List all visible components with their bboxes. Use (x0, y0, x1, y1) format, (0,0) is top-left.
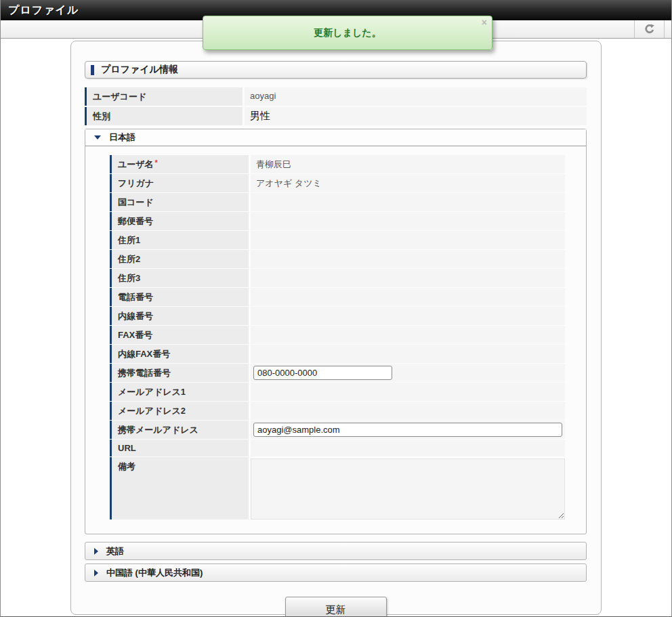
email-address-2-row: メールアドレス2 (110, 402, 565, 420)
section-chinese-header[interactable]: 中国語 (中華人民共和国) (85, 564, 586, 581)
country-code-label: 国コード (110, 193, 249, 211)
email-address-2-value (251, 402, 565, 420)
profile-card: プロファイル情報 ユーザコードaoyagi性別男性 日本語 ユーザ名*青柳辰巳フ… (70, 41, 602, 615)
extension-fax-number-label: 内線FAX番号 (110, 345, 249, 363)
url-label: URL (110, 440, 249, 456)
extension-number-label: 内線番号 (110, 307, 249, 325)
refresh-icon (644, 24, 655, 35)
collapse-triangle-icon (94, 135, 101, 140)
mobile-email-address-label: 携帯メールアドレス (110, 421, 249, 439)
mobile-phone-number-input[interactable] (253, 366, 392, 380)
address-3-row: 住所3 (110, 269, 565, 287)
panel-title: プロファイル情報 (101, 64, 178, 76)
address-1-label-text: 住所1 (118, 235, 140, 245)
address-1-row: 住所1 (110, 231, 565, 249)
email-address-1-value (251, 383, 565, 401)
postal-code-row: 郵便番号 (110, 212, 565, 230)
fax-number-value (251, 326, 565, 344)
fax-number-row: FAX番号 (110, 326, 565, 344)
country-code-label-text: 国コード (118, 197, 154, 207)
section-japanese-content: ユーザ名*青柳辰巳フリガナアオヤギ タツミ国コード郵便番号住所1住所2住所3電話… (85, 146, 586, 534)
toast-message: 更新しました。 (314, 27, 381, 39)
panel-accent-bar-icon (91, 65, 94, 75)
extension-fax-number-row: 内線FAX番号 (110, 345, 565, 363)
gender-value: 男性 (245, 107, 587, 125)
address-2-label: 住所2 (110, 250, 249, 268)
furigana-label-text: フリガナ (118, 178, 154, 188)
furigana-row: フリガナアオヤギ タツミ (110, 174, 565, 192)
furigana-value: アオヤギ タツミ (251, 174, 565, 192)
user-code-label-text: ユーザコード (93, 91, 146, 102)
email-address-2-label-text: メールアドレス2 (118, 406, 186, 416)
user-name-label-text: ユーザ名 (118, 159, 154, 169)
user-name-value: 青柳辰巳 (251, 155, 565, 173)
section-english-label: 英語 (106, 545, 124, 557)
mobile-email-address-label-text: 携帯メールアドレス (118, 425, 198, 435)
phone-number-value (251, 288, 565, 306)
toast-close-icon[interactable]: × (482, 18, 487, 27)
success-toast: 更新しました。 × (203, 16, 492, 50)
gender-label-text: 性別 (93, 111, 110, 121)
mobile-email-address-value-cell (251, 421, 565, 439)
phone-number-row: 電話番号 (110, 288, 565, 306)
fax-number-label-text: FAX番号 (118, 330, 152, 340)
email-address-2-label: メールアドレス2 (110, 402, 249, 420)
address-3-value (251, 269, 565, 287)
remarks-value-cell (251, 457, 565, 519)
url-label-text: URL (118, 443, 136, 453)
address-2-label-text: 住所2 (118, 254, 140, 264)
section-chinese: 中国語 (中華人民共和国) (85, 563, 587, 582)
furigana-label: フリガナ (110, 174, 249, 192)
expand-triangle-icon (94, 570, 98, 576)
email-address-1-label: メールアドレス1 (110, 383, 249, 401)
postal-code-label-text: 郵便番号 (118, 216, 153, 226)
extension-number-label-text: 内線番号 (118, 311, 153, 321)
postal-code-label: 郵便番号 (110, 212, 249, 230)
address-1-label: 住所1 (110, 231, 249, 249)
mobile-email-address-row: 携帯メールアドレス (110, 421, 565, 439)
fax-number-label: FAX番号 (110, 326, 249, 344)
mobile-phone-number-row: 携帯電話番号 (110, 364, 565, 382)
gender-row: 性別男性 (85, 107, 587, 125)
extension-fax-number-label-text: 内線FAX番号 (118, 349, 170, 359)
email-address-1-row: メールアドレス1 (110, 383, 565, 401)
user-name-row: ユーザ名*青柳辰巳 (110, 155, 565, 173)
url-value (251, 440, 565, 456)
user-name-label: ユーザ名* (110, 155, 249, 173)
remarks-label-text: 備考 (118, 461, 135, 471)
address-3-label: 住所3 (110, 269, 249, 287)
section-chinese-label: 中国語 (中華人民共和国) (106, 567, 203, 579)
postal-code-value (251, 212, 565, 230)
section-japanese-label: 日本語 (109, 131, 135, 144)
update-button[interactable]: 更新 (285, 597, 387, 617)
extension-number-row: 内線番号 (110, 307, 565, 325)
gender-label: 性別 (85, 107, 243, 125)
user-code-label: ユーザコード (85, 87, 243, 106)
remarks-textarea[interactable] (251, 459, 565, 519)
phone-number-label-text: 電話番号 (118, 292, 153, 302)
profile-info-panel-header: プロファイル情報 (85, 61, 587, 79)
email-address-1-label-text: メールアドレス1 (118, 387, 186, 397)
url-row: URL (110, 440, 565, 456)
extension-fax-number-value (251, 345, 565, 363)
section-english-header[interactable]: 英語 (85, 542, 586, 559)
country-code-row: 国コード (110, 193, 565, 211)
mobile-phone-number-label: 携帯電話番号 (110, 364, 249, 382)
expand-triangle-icon (94, 548, 98, 555)
address-2-row: 住所2 (110, 250, 565, 268)
mobile-phone-number-value-cell (251, 364, 565, 382)
section-japanese-header[interactable]: 日本語 (85, 129, 586, 146)
address-2-value (251, 250, 565, 268)
user-code-value: aoyagi (245, 87, 587, 106)
required-asterisk-icon: * (155, 158, 158, 167)
phone-number-label: 電話番号 (110, 288, 249, 306)
mobile-phone-number-label-text: 携帯電話番号 (118, 368, 171, 378)
remarks-row: 備考 (110, 457, 565, 519)
section-english: 英語 (85, 542, 587, 560)
refresh-button[interactable] (634, 20, 665, 38)
user-code-row: ユーザコードaoyagi (85, 87, 587, 106)
section-japanese: 日本語 ユーザ名*青柳辰巳フリガナアオヤギ タツミ国コード郵便番号住所1住所2住… (85, 129, 587, 534)
remarks-label: 備考 (110, 457, 249, 519)
mobile-email-address-input[interactable] (253, 423, 562, 437)
address-1-value (251, 231, 565, 249)
